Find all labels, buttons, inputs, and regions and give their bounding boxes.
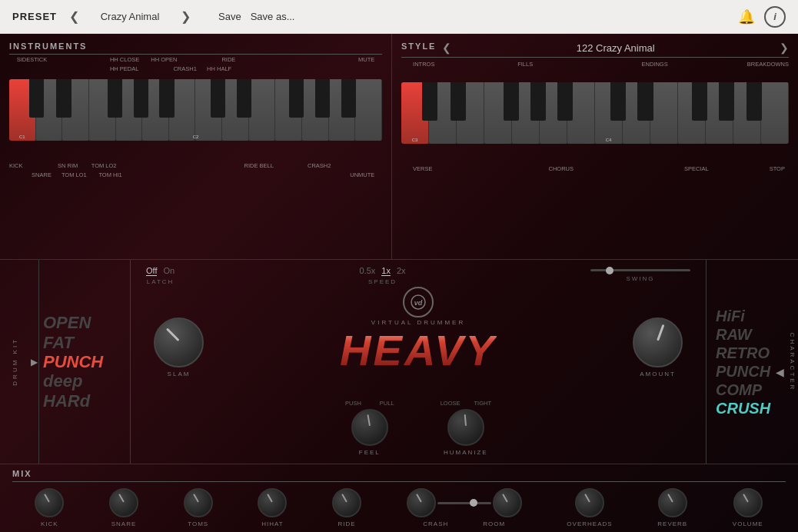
mix-reverb-label: REVERB <box>657 520 687 527</box>
key-w6[interactable] <box>142 79 169 141</box>
mix-toms-knob[interactable] <box>184 488 213 517</box>
key-w13[interactable] <box>329 79 356 141</box>
style-key-11[interactable] <box>678 82 706 144</box>
key-w12[interactable] <box>302 79 329 141</box>
info-button[interactable]: i <box>764 6 786 28</box>
kit-option-fat[interactable]: FAT <box>43 333 126 352</box>
mix-snare-knob[interactable] <box>109 488 138 517</box>
kit-option-punch[interactable]: PUNCH <box>43 352 126 371</box>
char-option-retro[interactable]: RETRO <box>716 344 792 362</box>
mix-kick: KICK <box>35 488 64 527</box>
feel-pull-label: PULL <box>380 400 394 407</box>
mix-overheads-knob[interactable] <box>575 488 604 517</box>
style-next-button[interactable]: ❯ <box>780 42 789 54</box>
kit-option-open[interactable]: OPEN <box>43 313 126 332</box>
mix-kick-knob[interactable] <box>35 488 64 517</box>
label-breakdowns: BREAKDOWNS <box>747 61 789 68</box>
char-option-crush[interactable]: CRUSH <box>716 399 792 417</box>
key-w3[interactable] <box>62 79 89 141</box>
instruments-divider <box>9 54 382 55</box>
char-option-hifi[interactable]: HiFi <box>716 307 792 325</box>
style-key-13[interactable] <box>733 82 761 144</box>
key-w2[interactable] <box>36 79 63 141</box>
top-section: INSTRUMENTS SIDESTICK HH CLOSE HH OPEN R… <box>0 34 798 260</box>
label-crash1: CRASH1 <box>173 65 196 72</box>
style-key-14[interactable] <box>761 82 789 144</box>
slam-knob-indicator <box>166 328 180 342</box>
slam-knob[interactable] <box>154 318 204 367</box>
style-key-3[interactable] <box>457 82 484 144</box>
style-key-6[interactable] <box>540 82 567 144</box>
speed-half-option[interactable]: 0.5x <box>360 266 376 276</box>
mix-crash-knob[interactable] <box>407 488 436 517</box>
key-w8[interactable]: C2 <box>195 79 222 141</box>
char-option-comp[interactable]: COMP <box>716 381 792 399</box>
mix-overheads-label: OVERHEADS <box>567 520 612 527</box>
mix-title: MIX <box>12 469 786 478</box>
style-prev-button[interactable]: ❮ <box>442 42 451 54</box>
humanize-sub-labels: LOOSE TIGHT <box>441 400 491 407</box>
speed-label: SPEED <box>368 278 397 285</box>
key-w5[interactable] <box>116 79 143 141</box>
mix-snare: SNARE <box>109 488 138 527</box>
mix-ride-knob[interactable] <box>332 488 361 517</box>
character-arrow-icon[interactable]: ◀ <box>776 366 784 378</box>
latch-on-option[interactable]: On <box>163 266 175 276</box>
style-piano[interactable]: C3 C4 <box>401 82 789 144</box>
mix-reverb: REVERB <box>657 488 687 527</box>
key-kick[interactable]: C1 <box>9 79 36 141</box>
mix-crash-fader[interactable] <box>437 502 491 504</box>
key-w14[interactable] <box>355 79 382 141</box>
mix-reverb-knob[interactable] <box>658 488 687 517</box>
speed-2x-option[interactable]: 2x <box>397 266 406 276</box>
label-special: SPECIAL <box>684 165 709 172</box>
label-tom-lo2: TOM LO2 <box>91 162 117 169</box>
humanize-knob[interactable] <box>447 409 484 446</box>
mix-room-knob[interactable] <box>493 488 522 517</box>
speed-control: 0.5x 1x 2x SPEED <box>360 266 406 285</box>
style-key-1[interactable]: C3 <box>401 82 429 144</box>
key-w10[interactable] <box>249 79 276 141</box>
style-key-12[interactable] <box>706 82 733 144</box>
speed-1x-option[interactable]: 1x <box>381 266 391 276</box>
label-fills: FILLS <box>517 61 533 68</box>
drum-kit-arrow-area: ▶ <box>29 260 38 464</box>
save-button[interactable]: Save <box>218 11 241 22</box>
key-w7[interactable] <box>169 79 196 141</box>
controls-center: Off On LATCH 0.5x 1x 2x SPEED <box>131 260 706 464</box>
kit-option-hard[interactable]: HARd <box>43 391 126 411</box>
key-w9[interactable] <box>222 79 249 141</box>
drum-kit-arrow-icon[interactable]: ▶ <box>31 357 38 367</box>
swing-slider-thumb[interactable] <box>606 267 613 274</box>
latch-options: Off On <box>146 266 175 276</box>
preset-label: PRESET <box>12 11 57 22</box>
style-key-10[interactable] <box>650 82 678 144</box>
feel-knob[interactable] <box>351 409 388 446</box>
style-key-5[interactable] <box>512 82 540 144</box>
style-key-8[interactable]: C4 <box>595 82 623 144</box>
style-key-4[interactable] <box>484 82 512 144</box>
preset-next-button[interactable]: ❯ <box>178 8 194 25</box>
key-w11[interactable] <box>275 79 302 141</box>
drum-kit-sidebar: DRUM KIT <box>0 260 29 464</box>
preset-prev-button[interactable]: ❮ <box>66 8 82 25</box>
label-verse: VERSE <box>413 165 432 172</box>
notification-bell-button[interactable]: 🔔 <box>738 8 755 25</box>
style-key-7[interactable] <box>567 82 595 144</box>
mix-crash-fader-thumb[interactable] <box>470 499 477 507</box>
amount-knob[interactable] <box>633 318 683 367</box>
latch-off-option[interactable]: Off <box>146 266 157 276</box>
style-key-9[interactable] <box>623 82 650 144</box>
mix-hihat-knob[interactable] <box>258 488 287 517</box>
mix-volume-knob[interactable] <box>733 488 763 517</box>
style-title: STYLE <box>401 42 436 51</box>
label-mute: MUTE <box>358 56 374 63</box>
kit-option-deep[interactable]: deep <box>43 371 126 391</box>
save-as-button[interactable]: Save as... <box>251 11 295 22</box>
style-key-2[interactable] <box>429 82 457 144</box>
instruments-piano[interactable]: C1 C2 <box>9 79 382 141</box>
swing-slider[interactable] <box>590 269 690 271</box>
key-w4[interactable] <box>89 79 116 141</box>
label-stop: STOP <box>770 165 785 172</box>
char-option-raw[interactable]: RAW <box>716 325 792 344</box>
